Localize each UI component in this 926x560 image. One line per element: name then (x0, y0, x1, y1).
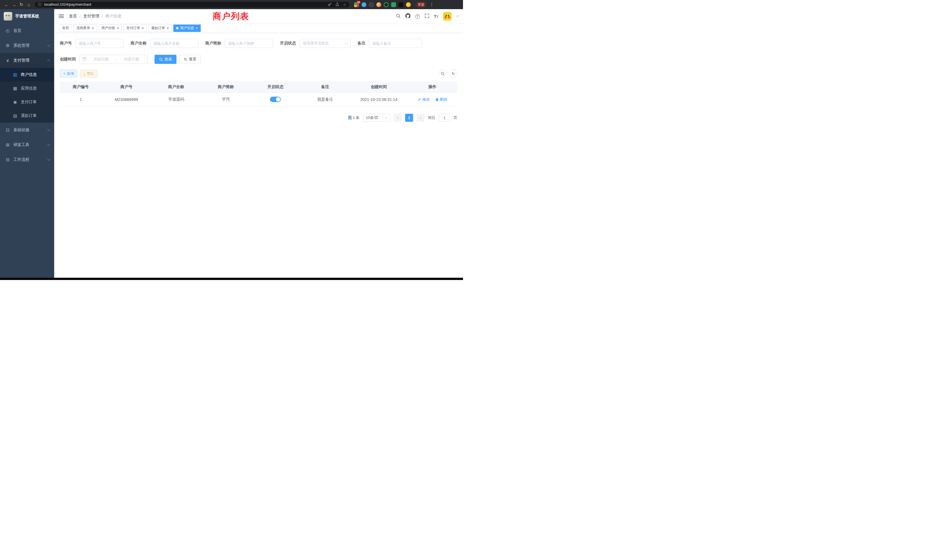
next-page-button[interactable]: › (416, 114, 425, 122)
extension-icon[interactable] (399, 2, 403, 7)
breadcrumb-payment[interactable]: 支付管理 (83, 14, 99, 19)
sidebar-item-app-info[interactable]: ▦ 应用信息 (0, 82, 54, 95)
status-toggle[interactable] (270, 97, 281, 102)
cell-actions: 修改 删除 (408, 93, 457, 106)
sidebar-item-home[interactable]: ◴ 首页 (0, 23, 54, 38)
app-grid-icon: ▦ (12, 86, 18, 91)
chevron-down-icon (345, 41, 348, 44)
sidebar-item-label: 系统管理 (14, 43, 29, 48)
breadcrumb-home[interactable]: 首页 (69, 14, 77, 19)
sidebar-item-workflow[interactable]: ⊟ 工作流程 (0, 152, 54, 167)
toolbar-right: ↻ (439, 70, 457, 77)
toggle-search-button[interactable] (439, 70, 446, 77)
browser-update-button[interactable]: 更新 (415, 2, 427, 8)
sidebar-item-merchant-info[interactable]: ▥ 商户信息 (0, 68, 54, 82)
cell-remark: 我是备注 (300, 93, 350, 106)
chevron-down-icon (47, 143, 50, 146)
extension-icon[interactable] (369, 2, 374, 7)
extension-icon[interactable]: 10 (354, 2, 359, 7)
edit-button[interactable]: 修改 (418, 97, 430, 102)
fullscreen-icon[interactable] (425, 14, 429, 19)
sidebar-item-infrastructure[interactable]: ⊡ 基础设施 (0, 123, 54, 138)
refresh-icon: ↻ (184, 57, 187, 61)
share-icon[interactable] (335, 2, 339, 7)
sidebar-item-pay-order[interactable]: ◉ 支付订单 (0, 95, 54, 109)
url-text: localhost:1024/pay/merchant (44, 3, 91, 6)
sidebar-item-label: 应用信息 (21, 86, 37, 91)
filter-merchant-no: 商户号 (60, 39, 124, 48)
create-time-range-picker[interactable]: 开始日期 - 结束日期 (79, 55, 148, 64)
home-icon[interactable]: ⌂ (25, 2, 32, 7)
filter-short-name: 商户简称 (205, 39, 273, 48)
column-header: 商户编号 (60, 82, 101, 93)
extension-icon[interactable] (362, 2, 366, 7)
github-icon[interactable] (406, 14, 410, 19)
browser-menu-icon[interactable]: ⋮ (430, 2, 434, 7)
current-page-button[interactable]: 1 (405, 114, 413, 122)
field-label: 创建时间 (60, 57, 76, 62)
column-header: 商户全称 (151, 82, 201, 93)
tab-pay-order[interactable]: 支付订单 × (123, 24, 147, 32)
sidebar-item-system[interactable]: ⚙ 系统管理 (0, 38, 54, 53)
font-size-icon[interactable]: TT (434, 14, 438, 19)
tab-user-group[interactable]: 用户分组 × (98, 24, 122, 32)
close-icon[interactable]: × (117, 26, 119, 30)
collapse-sidebar-icon[interactable] (59, 15, 64, 18)
close-icon[interactable]: × (195, 26, 198, 30)
refresh-table-button[interactable]: ↻ (449, 70, 457, 77)
plus-icon: + (63, 71, 65, 76)
select-placeholder: 请选择开启状态 (303, 41, 329, 46)
add-button[interactable]: + 新增 (60, 70, 77, 77)
password-key-icon[interactable] (328, 2, 332, 7)
site-info-icon[interactable]: ⓘ (38, 2, 42, 7)
sidebar-item-refund-order[interactable]: ▤ 退款订单 (0, 109, 54, 123)
extension-icon[interactable] (391, 2, 396, 7)
reset-button[interactable]: ↻ 重置 (179, 55, 201, 64)
back-icon[interactable]: ← (3, 2, 10, 7)
merchant-no-input[interactable] (75, 39, 124, 48)
status-select[interactable]: 请选择开启状态 (300, 39, 351, 48)
page-size-select[interactable]: 10条/页 (363, 114, 390, 122)
extension-icon[interactable] (384, 2, 389, 7)
remark-input[interactable] (369, 39, 422, 48)
tab-label: 首页 (62, 26, 69, 30)
tab-home[interactable]: 首页 (59, 24, 72, 32)
search-button[interactable]: 搜索 (154, 55, 177, 64)
sidebar: 芋道管理系统 ◴ 首页 ⚙ 系统管理 ¥ 支付管理 ▥ 商户信息 ▦ 应用信息 (0, 9, 54, 278)
full-name-input[interactable] (150, 39, 198, 48)
sidebar-item-dev-tools[interactable]: ⊞ 研发工具 (0, 138, 54, 152)
extension-icon[interactable] (376, 2, 381, 7)
address-bar[interactable]: ⓘ localhost:1024/pay/merchant ☆ (34, 1, 350, 8)
short-name-input[interactable] (225, 39, 273, 48)
delete-button[interactable]: 删除 (435, 97, 447, 102)
extensions-row: 10 (354, 2, 411, 7)
reload-icon[interactable]: ↻ (18, 2, 25, 7)
bookmark-star-icon[interactable]: ☆ (343, 2, 346, 7)
chevron-down-icon[interactable] (456, 14, 459, 17)
tab-process-form[interactable]: 流程表单 × (74, 24, 97, 32)
export-button-label: 导出 (87, 71, 94, 76)
close-icon[interactable]: × (167, 26, 169, 30)
refresh-icon: ↻ (452, 71, 455, 76)
user-avatar[interactable] (443, 12, 452, 21)
help-icon[interactable]: ? (415, 14, 420, 19)
browser-profile-avatar[interactable] (406, 2, 411, 7)
app-logo[interactable]: 芋道管理系统 (0, 9, 54, 23)
tags-view-bar: 首页 流程表单 × 用户分组 × 支付订单 × 退款订单 × 商户信息 × (54, 23, 463, 33)
field-label: 商户全称 (130, 41, 147, 46)
close-icon[interactable]: × (92, 26, 94, 30)
search-icon[interactable] (396, 14, 401, 19)
sidebar-item-payment[interactable]: ¥ 支付管理 (0, 53, 54, 68)
pagination-total: 共 1 条 (348, 115, 360, 120)
export-button[interactable]: ↓ 导出 (80, 70, 97, 77)
tab-refund-order[interactable]: 退款订单 × (148, 24, 172, 32)
prev-page-button[interactable]: ‹ (394, 114, 402, 122)
close-icon[interactable]: × (142, 26, 144, 30)
dev-tools-icon: ⊞ (5, 142, 10, 147)
tab-merchant-info[interactable]: 商户信息 × (173, 24, 201, 32)
tab-label: 商户信息 (180, 26, 194, 30)
goto-page-input[interactable] (439, 114, 450, 122)
table-toolbar: + 新增 ↓ 导出 ↻ (60, 70, 457, 77)
cell-full-name: 芋道源码 (151, 93, 201, 106)
forward-icon[interactable]: → (10, 2, 18, 7)
